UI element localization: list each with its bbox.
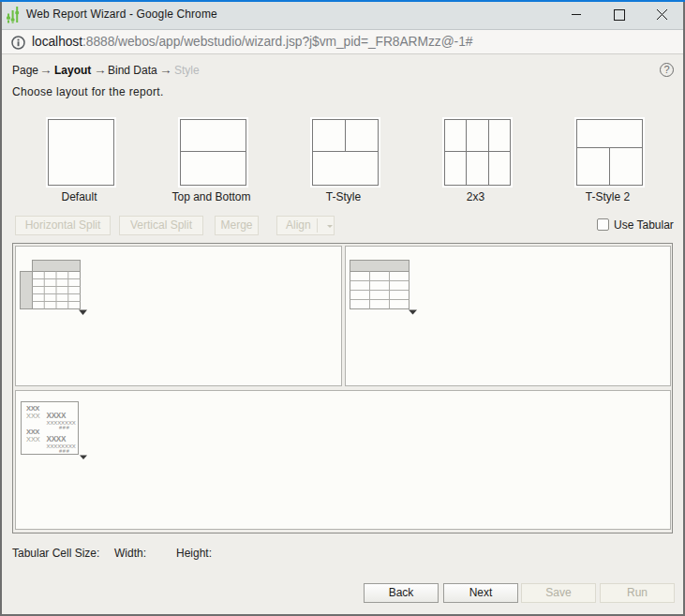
svg-text:XXX: XXX bbox=[26, 412, 40, 420]
svg-text:XXX: XXX bbox=[26, 435, 40, 443]
svg-text:###: ### bbox=[59, 448, 70, 454]
svg-text:###: ### bbox=[59, 425, 70, 430]
